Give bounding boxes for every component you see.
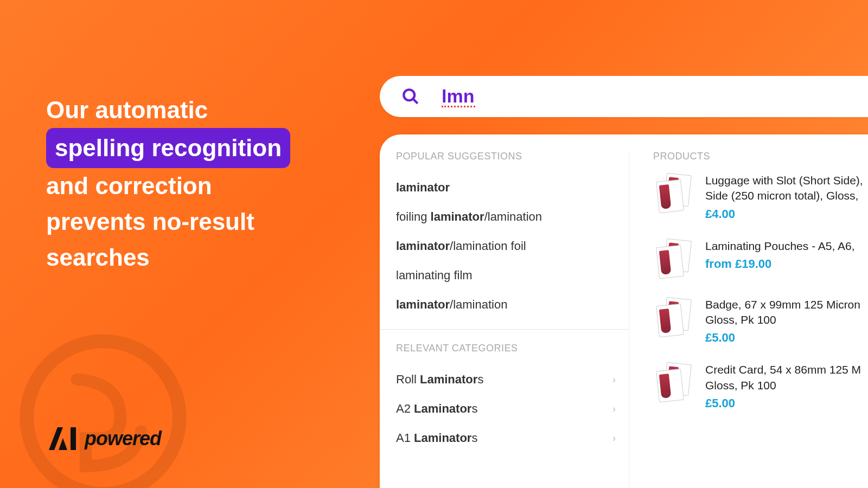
chevron-right-icon: › [612,433,616,444]
product-title: Luggage with Slot (Short Side), Side (25… [705,173,868,204]
svg-line-3 [413,99,418,104]
marketing-line-4: prevents no-result [46,204,290,240]
product-price: from £19.00 [705,257,855,271]
category-item[interactable]: Roll Laminators › [396,365,629,394]
ai-powered-logo: powered [49,427,161,450]
search-panel: POPULAR SUGGESTIONS laminator foiling la… [380,76,868,488]
category-item[interactable]: A1 Laminators › [396,423,629,453]
marketing-line-3: and correction [46,168,290,204]
product-item[interactable]: Badge, 67 x 99mm 125 Micron Gloss, Pk 10… [653,297,868,345]
product-thumbnail [653,362,694,403]
product-price: £5.00 [705,331,868,345]
suggestion-item[interactable]: laminating film [396,261,629,290]
ai-logo-icon [49,427,77,450]
search-input[interactable] [442,86,681,107]
search-bar[interactable] [380,76,868,117]
marketing-headline: Our automatic spelling recognition and c… [46,92,290,275]
search-icon [401,87,420,106]
ai-powered-text: powered [85,427,161,450]
marketing-line-1: Our automatic [46,92,290,128]
svg-point-2 [404,89,414,100]
product-title: Badge, 67 x 99mm 125 Micron Gloss, Pk 10… [705,297,868,328]
product-item[interactable]: Laminating Pouches - A5, A6, from £19.00 [653,239,868,280]
suggestion-item[interactable]: foiling laminator/lamination [396,202,629,232]
product-thumbnail [653,297,694,338]
chevron-right-icon: › [612,403,616,415]
product-item[interactable]: Luggage with Slot (Short Side), Side (25… [653,173,868,221]
product-price: £5.00 [705,396,868,410]
product-title: Laminating Pouches - A5, A6, [705,239,855,254]
suggestion-item[interactable]: laminator [396,173,629,202]
categories-header: RELEVANT CATEGORIES [396,343,629,354]
marketing-highlight: spelling recognition [46,128,290,168]
suggestion-item[interactable]: laminator/lamination foil [396,232,629,261]
product-item[interactable]: Credit Card, 54 x 86mm 125 M Gloss, Pk 1… [653,362,868,410]
divider [380,329,629,330]
search-dropdown: POPULAR SUGGESTIONS laminator foiling la… [380,134,868,488]
svg-rect-1 [71,427,76,450]
product-price: £4.00 [705,207,868,221]
category-item[interactable]: A2 Laminators › [396,394,629,423]
product-thumbnail [653,173,694,214]
chevron-right-icon: › [612,374,616,386]
suggestions-header: POPULAR SUGGESTIONS [396,151,629,162]
spellcheck-underline [442,106,475,107]
watermark-circle [16,331,190,488]
product-thumbnail [653,239,694,280]
suggestion-item[interactable]: laminator/lamination [396,290,629,319]
product-title: Credit Card, 54 x 86mm 125 M Gloss, Pk 1… [705,362,868,393]
marketing-line-5: searches [46,240,290,275]
products-header: PRODUCTS [653,151,868,162]
